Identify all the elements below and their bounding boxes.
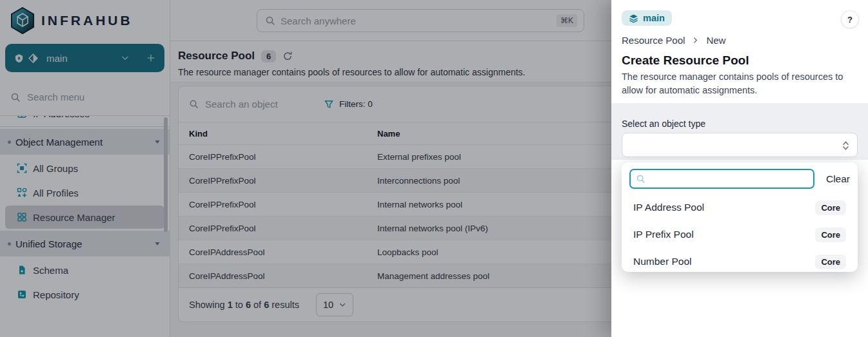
breadcrumb-new[interactable]: New xyxy=(706,35,725,46)
option-label: IP Prefix Pool xyxy=(633,229,694,240)
layers-icon xyxy=(629,14,638,23)
chevron-right-icon xyxy=(692,37,699,44)
object-type-section: Select an object type xyxy=(611,103,868,160)
dropdown-search[interactable] xyxy=(629,169,814,189)
core-badge: Core xyxy=(815,255,846,269)
object-type-select[interactable] xyxy=(622,133,858,157)
app-window: INFRAHUB main xyxy=(0,0,868,337)
breadcrumb-resource-pool[interactable]: Resource Pool xyxy=(622,35,685,46)
panel-description: The resource manager contains pools of r… xyxy=(622,70,859,97)
core-badge: Core xyxy=(815,227,846,242)
chevrons-up-down-icon xyxy=(842,140,850,151)
option-label: Number Pool xyxy=(633,256,691,267)
option-label: IP Address Pool xyxy=(633,202,704,213)
option-number-pool[interactable]: Number Pool Core xyxy=(629,248,850,275)
option-ip-prefix-pool[interactable]: IP Prefix Pool Core xyxy=(629,221,850,248)
branch-badge-label: main xyxy=(643,13,665,23)
option-ip-address-pool[interactable]: IP Address Pool Core xyxy=(629,194,850,221)
create-resource-pool-panel: main ? Resource Pool New Create Resource… xyxy=(611,0,868,337)
branch-badge[interactable]: main xyxy=(622,10,672,26)
search-icon xyxy=(636,174,646,184)
breadcrumb: Resource Pool New xyxy=(622,35,725,46)
core-badge: Core xyxy=(815,200,846,215)
help-button[interactable]: ? xyxy=(841,10,859,28)
options-list: IP Address Pool Core IP Prefix Pool Core… xyxy=(629,194,850,275)
object-type-label: Select an object type xyxy=(622,119,705,129)
clear-button[interactable]: Clear xyxy=(826,173,850,185)
dropdown-search-input[interactable] xyxy=(649,174,813,184)
object-type-dropdown: Clear IP Address Pool Core IP Prefix Poo… xyxy=(622,162,858,272)
panel-title: Create Resource Pool xyxy=(622,53,749,68)
